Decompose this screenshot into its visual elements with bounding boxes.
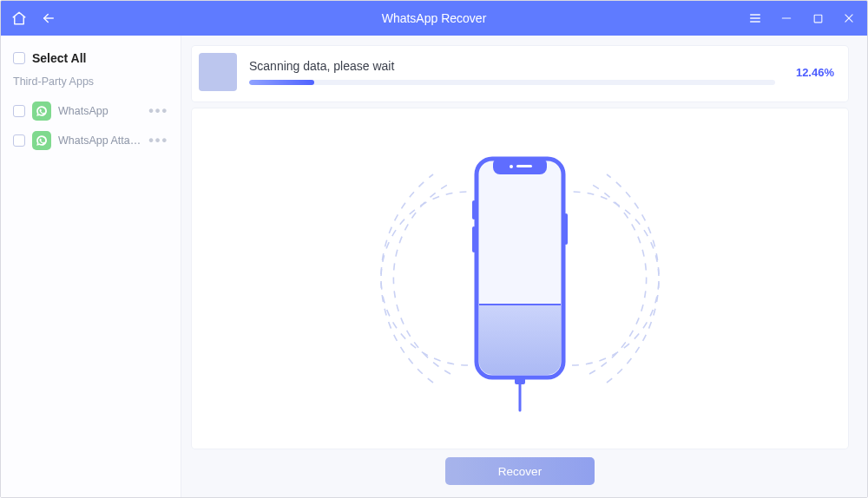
progress-percent: 12.46% <box>787 66 834 79</box>
titlebar: WhatsApp Recover <box>1 1 867 36</box>
close-button[interactable] <box>839 9 858 28</box>
close-icon <box>843 12 855 24</box>
checkbox-whatsapp[interactable] <box>13 105 25 117</box>
progress-thumbnail <box>199 53 237 91</box>
progress-status-text: Scanning data, please wait <box>249 59 775 73</box>
window-controls <box>685 9 858 28</box>
svg-rect-11 <box>477 305 563 377</box>
whatsapp-icon <box>32 102 51 121</box>
recover-button[interactable]: Recover <box>445 457 595 485</box>
sidebar-item-whatsapp-attachments[interactable]: WhatsApp Attachments ••• <box>13 126 168 155</box>
sidebar-item-label: WhatsApp Attachments <box>58 134 141 147</box>
phone-scan-icon <box>372 140 667 417</box>
main: Scanning data, please wait 12.46% <box>181 36 867 497</box>
titlebar-left <box>10 9 183 28</box>
arrow-left-icon <box>41 10 56 26</box>
more-icon[interactable]: ••• <box>148 103 168 119</box>
home-icon <box>11 10 27 26</box>
sidebar-item-whatsapp[interactable]: WhatsApp ••• <box>13 96 168 126</box>
footer: Recover <box>192 457 848 485</box>
home-button[interactable] <box>10 9 29 28</box>
more-icon[interactable]: ••• <box>148 133 168 148</box>
back-button[interactable] <box>39 9 58 28</box>
svg-rect-13 <box>472 200 476 220</box>
svg-rect-15 <box>564 213 568 245</box>
minimize-icon <box>780 12 792 24</box>
minimize-button[interactable] <box>777 9 796 28</box>
sidebar-item-label: WhatsApp <box>58 105 141 117</box>
menu-button[interactable] <box>746 9 765 28</box>
maximize-icon <box>812 13 824 24</box>
select-all-row[interactable]: Select All <box>13 51 168 65</box>
sidebar-group-label: Third-Party Apps <box>13 75 168 88</box>
progress-fill <box>249 80 314 85</box>
svg-point-8 <box>510 165 513 168</box>
progress-mid: Scanning data, please wait <box>249 59 775 85</box>
svg-rect-9 <box>516 165 532 167</box>
scan-illustration-area <box>192 108 848 449</box>
maximize-button[interactable] <box>808 9 827 28</box>
select-all-label: Select All <box>32 51 87 65</box>
progress-bar <box>249 80 775 85</box>
select-all-checkbox[interactable] <box>13 52 25 64</box>
menu-icon <box>748 11 762 25</box>
progress-card: Scanning data, please wait 12.46% <box>192 46 848 102</box>
svg-rect-4 <box>814 15 822 23</box>
body: Select All Third-Party Apps WhatsApp •••… <box>1 36 867 497</box>
checkbox-whatsapp-attachments[interactable] <box>13 134 25 147</box>
window-title: WhatsApp Recover <box>183 11 685 25</box>
svg-rect-14 <box>472 226 476 252</box>
sidebar: Select All Third-Party Apps WhatsApp •••… <box>1 36 181 497</box>
whatsapp-icon <box>32 131 51 150</box>
